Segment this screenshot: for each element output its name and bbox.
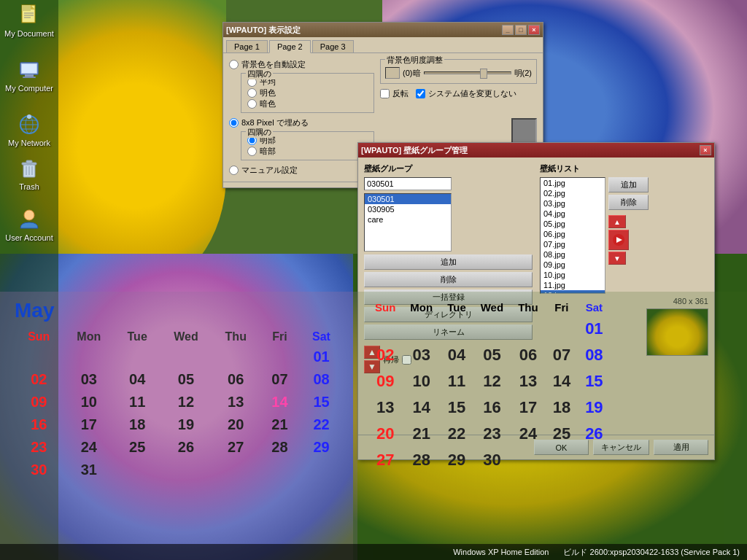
my-document-label: My Document	[4, 29, 54, 38]
main-dialog-minimize-btn[interactable]: _	[502, 25, 514, 35]
group-item-030501[interactable]: 030501	[365, 194, 451, 204]
flip-option[interactable]: 反転	[380, 88, 409, 99]
rcal-day-05: 05	[473, 342, 511, 368]
delete-group-btn[interactable]: 削除	[364, 272, 533, 287]
icon-trash[interactable]: Trash	[4, 157, 55, 191]
ankoku-option[interactable]: 暗色	[247, 98, 368, 109]
wp-item-05[interactable]: 05.jpg	[541, 219, 605, 229]
group-item-care[interactable]: care	[365, 214, 451, 225]
rcal-day-07: 07	[546, 342, 578, 368]
wp-item-02[interactable]: 02.jpg	[541, 188, 605, 198]
shikaku-group: 四隅の 平均 明色 暗色	[241, 73, 374, 113]
cal-week-6: 30 31	[15, 459, 343, 481]
rcal-day-04: 04	[440, 342, 473, 368]
cal-week-5: 23 24 25 26 27 28 29	[15, 436, 343, 459]
wp-item-04[interactable]: 04.jpg	[541, 209, 605, 219]
calendar-table-left: Sun Mon Tue Wed Thu Fri Sat	[15, 328, 343, 481]
wp-move-up-btn[interactable]: ▲	[608, 215, 626, 228]
meiro-option[interactable]: 明色	[247, 88, 368, 98]
icon-my-network[interactable]: My Network	[4, 113, 55, 147]
cal-day-empty3	[115, 346, 160, 368]
cal-header-tue: Tue	[115, 328, 160, 346]
cal-day-27: 27	[212, 436, 260, 459]
wp-item-08[interactable]: 08.jpg	[541, 249, 605, 260]
sub-dialog-title: [WPAUTO] 壁紙グループ管理	[361, 145, 700, 156]
cal-day-13: 13	[212, 391, 260, 413]
cal-day-01: 01	[300, 346, 343, 368]
cal-week-4: 16 17 18 19 20 21 22	[15, 413, 343, 436]
sub-dialog-close-btn[interactable]: ×	[700, 145, 711, 155]
flip-label: 反転	[392, 88, 409, 99]
cal-day-empty-end2	[160, 459, 212, 481]
flip-checkbox[interactable]	[380, 89, 390, 98]
group-item-030905[interactable]: 030905	[365, 204, 451, 214]
main-dialog-titlebar: [WPAUTO] 表示設定 _ □ ×	[223, 23, 543, 37]
ankoku-label: 暗色	[260, 98, 276, 109]
add-wp-btn[interactable]: 追加	[608, 177, 649, 192]
main-dialog-tabs: Page 1 Page 2 Page 3	[223, 37, 543, 53]
cal-day-15: 15	[300, 391, 343, 413]
delete-wp-btn[interactable]: 削除	[608, 195, 649, 210]
system-checkbox[interactable]	[416, 89, 425, 98]
slider-thumb[interactable]	[480, 69, 487, 79]
tab-page3[interactable]: Page 3	[312, 40, 354, 52]
brightness-slider[interactable]	[424, 71, 511, 74]
cal-day-25: 25	[115, 436, 160, 459]
system-option[interactable]: システム値を変更しない	[416, 88, 516, 99]
rcal-partial-19: 19	[578, 394, 610, 421]
rcal-day-30: 30	[473, 447, 511, 473]
wp-item-07[interactable]: 07.jpg	[541, 239, 605, 249]
anbu-radio[interactable]	[247, 147, 257, 156]
manual-radio[interactable]	[229, 166, 239, 175]
svg-rect-9	[23, 77, 36, 78]
cal-day-empty-end3	[212, 459, 260, 481]
wp-item-03[interactable]: 03.jpg	[541, 198, 605, 209]
main-dialog-title: [WPAUTO] 表示設定	[226, 25, 502, 36]
icon-user-account[interactable]: User Account	[4, 208, 55, 242]
wp-item-11[interactable]: 11.jpg	[541, 280, 605, 290]
tab-page1[interactable]: Page 1	[226, 40, 268, 52]
wp-item-10[interactable]: 10.jpg	[541, 270, 605, 280]
rcal-week-2: 02 03 04 05 06 07 08	[368, 342, 611, 368]
cal-day-14: 14	[260, 391, 300, 413]
pixel-fill-radio[interactable]	[229, 118, 239, 128]
wallpaper-listbox[interactable]: 01.jpg 02.jpg 03.jpg 04.jpg 05.jpg 06.jp…	[540, 177, 605, 294]
meiro-radio[interactable]	[247, 88, 257, 98]
auto-bg-radio[interactable]	[229, 60, 239, 69]
wp-item-01[interactable]: 01.jpg	[541, 178, 605, 188]
dark-label: (0)暗	[403, 68, 420, 79]
rcal-week-4: 13 14 15 16 17 18 19	[368, 394, 611, 421]
ankoku-radio[interactable]	[247, 99, 257, 109]
cal-week-3: 09 10 11 12 13 14 15	[15, 391, 343, 413]
svg-rect-7	[22, 64, 36, 73]
main-dialog-maximize-btn[interactable]: □	[515, 25, 527, 35]
rcal-day-empty-a	[511, 447, 546, 473]
rcal-header-thu: Thu	[511, 299, 546, 316]
rcal-header-sun: Sun	[368, 299, 403, 316]
wp-special-btn[interactable]	[608, 230, 629, 250]
add-group-btn[interactable]: 追加	[364, 254, 533, 270]
icon-my-document[interactable]: My Document	[4, 4, 55, 38]
rcal-day-27: 27	[368, 447, 403, 473]
rcal-day-02: 02	[368, 342, 403, 368]
rcal-day-11: 11	[440, 368, 473, 394]
wp-move-down-btn[interactable]: ▼	[608, 252, 626, 265]
wp-item-06[interactable]: 06.jpg	[541, 229, 605, 239]
rcal-partial-13: 13	[368, 394, 403, 421]
group-name-input[interactable]	[364, 177, 452, 190]
cal-day-07: 07	[260, 368, 300, 391]
options-row: 反転 システム値を変更しない	[380, 88, 537, 99]
manual-option[interactable]: マニュアル設定	[229, 165, 374, 176]
wp-item-09[interactable]: 09.jpg	[541, 260, 605, 270]
tab-page2[interactable]: Page 2	[269, 40, 311, 53]
rcal-day-24: 24	[511, 421, 546, 447]
main-dialog-close-btn[interactable]: ×	[528, 25, 540, 35]
rcal-day-28: 28	[403, 447, 440, 473]
group-listbox[interactable]: 030501 030905 care	[364, 193, 452, 252]
anbu-option[interactable]: 暗部	[247, 146, 368, 157]
my-document-icon	[18, 4, 41, 27]
trash-label: Trash	[19, 182, 39, 191]
icon-my-computer[interactable]: My Computer	[4, 58, 55, 93]
rcal-day-01: 01	[578, 316, 610, 342]
rcal-partial-18: 18	[546, 394, 578, 421]
